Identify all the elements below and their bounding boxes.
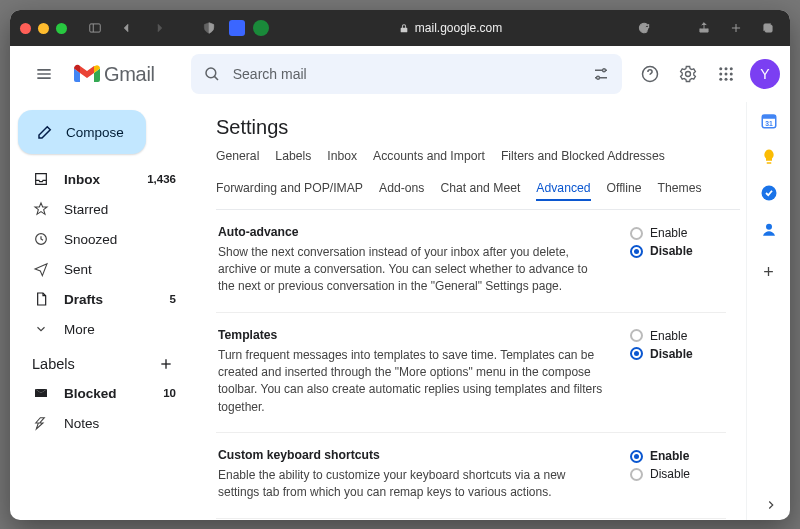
extension-icon[interactable] — [253, 20, 269, 36]
option-label: Disable — [650, 244, 693, 258]
option-disable[interactable]: Disable — [630, 347, 720, 361]
radio-icon — [630, 450, 643, 463]
compose-button[interactable]: Compose — [18, 110, 146, 154]
search-options-icon[interactable] — [592, 65, 610, 83]
svg-point-17 — [719, 73, 722, 76]
gmail-logo[interactable]: Gmail — [74, 63, 155, 86]
nav-item-inbox[interactable]: Inbox1,436 — [10, 164, 188, 194]
reload-button[interactable] — [632, 16, 656, 40]
setting-custom-keyboard-shortcuts: Custom keyboard shortcutsEnable the abil… — [216, 433, 726, 518]
tab-inbox[interactable]: Inbox — [327, 149, 357, 167]
nav-item-starred[interactable]: Starred — [10, 194, 188, 224]
tab-labels[interactable]: Labels — [275, 149, 311, 167]
option-label: Enable — [650, 226, 687, 240]
svg-line-9 — [214, 76, 218, 80]
radio-icon — [630, 329, 643, 342]
tab-chat-and-meet[interactable]: Chat and Meet — [440, 181, 520, 201]
nav-item-sent[interactable]: Sent — [10, 254, 188, 284]
browser-chrome: mail.google.com — [10, 10, 790, 46]
add-label-button[interactable] — [158, 356, 174, 372]
option-enable[interactable]: Enable — [630, 449, 720, 463]
setting-description: Turn frequent messages into templates to… — [218, 348, 602, 414]
blocked-icon — [32, 385, 50, 401]
maximize-window-button[interactable] — [56, 23, 67, 34]
sent-icon — [32, 261, 50, 277]
svg-point-16 — [730, 67, 733, 70]
svg-point-22 — [730, 78, 733, 81]
tab-offline[interactable]: Offline — [607, 181, 642, 201]
search-icon — [203, 65, 221, 83]
tab-filters-and-blocked-addresses[interactable]: Filters and Blocked Addresses — [501, 149, 665, 167]
shield-icon[interactable] — [197, 16, 221, 40]
tab-general[interactable]: General — [216, 149, 259, 167]
share-button[interactable] — [692, 16, 716, 40]
nav-item-blocked[interactable]: Blocked10 — [10, 378, 188, 408]
tab-add-ons[interactable]: Add-ons — [379, 181, 424, 201]
svg-point-18 — [725, 73, 728, 76]
notes-icon — [32, 415, 50, 431]
apps-button[interactable] — [708, 56, 744, 92]
tab-themes[interactable]: Themes — [658, 181, 702, 201]
account-avatar[interactable]: Y — [750, 59, 780, 89]
settings-list[interactable]: Auto-advanceShow the next conversation i… — [216, 209, 740, 520]
nav-label: More — [64, 322, 95, 337]
drafts-icon — [32, 291, 50, 307]
minimize-window-button[interactable] — [38, 23, 49, 34]
tabs-overview-button[interactable] — [756, 16, 780, 40]
more-icon — [32, 322, 50, 336]
gmail-wordmark: Gmail — [104, 63, 155, 86]
tasks-icon[interactable] — [760, 184, 778, 202]
radio-icon — [630, 347, 643, 360]
nav-count: 1,436 — [147, 173, 176, 185]
svg-rect-0 — [90, 24, 101, 32]
back-button[interactable] — [115, 16, 139, 40]
svg-point-11 — [597, 76, 600, 79]
option-disable[interactable]: Disable — [630, 467, 720, 481]
main-menu-button[interactable] — [24, 54, 64, 94]
setting-auto-advance: Auto-advanceShow the next conversation i… — [216, 210, 726, 313]
setting-right-side-chat: Right-side chatMove the chat box to the … — [216, 519, 726, 520]
radio-icon — [630, 227, 643, 240]
compose-label: Compose — [66, 125, 124, 140]
nav-item-drafts[interactable]: Drafts5 — [10, 284, 188, 314]
svg-rect-27 — [762, 115, 776, 119]
nav-item-snoozed[interactable]: Snoozed — [10, 224, 188, 254]
setting-description: Enable the ability to customize your key… — [218, 468, 566, 499]
new-tab-button[interactable] — [724, 16, 748, 40]
option-enable[interactable]: Enable — [630, 226, 720, 240]
tab-accounts-and-import[interactable]: Accounts and Import — [373, 149, 485, 167]
close-window-button[interactable] — [20, 23, 31, 34]
settings-button[interactable] — [670, 56, 706, 92]
radio-icon — [630, 468, 643, 481]
calendar-icon[interactable]: 31 — [760, 112, 778, 130]
nav-count: 10 — [163, 387, 176, 399]
sidebar-toggle-icon[interactable] — [83, 16, 107, 40]
snoozed-icon — [32, 231, 50, 247]
nav-label: Drafts — [64, 292, 103, 307]
svg-point-19 — [730, 73, 733, 76]
keep-icon[interactable] — [760, 148, 778, 166]
contacts-icon[interactable] — [760, 220, 778, 238]
nav-item-notes[interactable]: Notes — [10, 408, 188, 438]
extension-icon[interactable] — [229, 20, 245, 36]
collapse-panel-button[interactable] — [764, 498, 778, 512]
option-disable[interactable]: Disable — [630, 244, 720, 258]
svg-point-8 — [206, 68, 216, 78]
nav-item-more[interactable]: More — [10, 314, 188, 344]
option-label: Disable — [650, 347, 693, 361]
settings-panel: Settings GeneralLabelsInboxAccounts and … — [196, 102, 746, 520]
tab-forwarding-and-pop-imap[interactable]: Forwarding and POP/IMAP — [216, 181, 363, 201]
forward-button[interactable] — [147, 16, 171, 40]
address-bar[interactable]: mail.google.com — [277, 21, 624, 35]
gmail-icon — [74, 64, 100, 84]
search-input[interactable] — [233, 66, 580, 82]
option-label: Enable — [650, 449, 689, 463]
add-on-button[interactable]: + — [763, 262, 774, 283]
svg-point-13 — [686, 72, 691, 77]
tab-advanced[interactable]: Advanced — [536, 181, 590, 201]
support-button[interactable] — [632, 56, 668, 92]
svg-point-21 — [725, 78, 728, 81]
search-bar[interactable] — [191, 54, 622, 94]
option-enable[interactable]: Enable — [630, 329, 720, 343]
nav-label: Snoozed — [64, 232, 117, 247]
